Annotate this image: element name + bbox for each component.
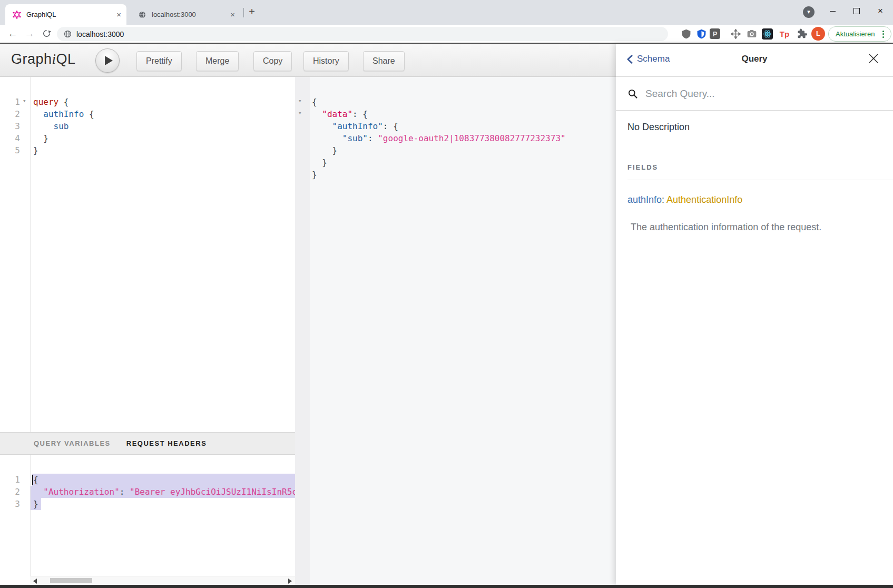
field-type-link[interactable]: AuthenticationInfo <box>666 194 742 205</box>
result-viewer: ▾{▾ "data": { "authInfo": { "sub": "goog… <box>295 77 616 181</box>
browser-toolbar: ← → localhost:3000 P <box>0 25 893 43</box>
request-headers-editor-pane[interactable]: 1{2 "Authorization": "Bearer eyJhbGciOiJ… <box>0 455 295 585</box>
share-button[interactable]: Share <box>363 51 405 71</box>
window-maximize-button[interactable] <box>848 3 866 19</box>
minimize-icon <box>830 11 836 12</box>
reload-button[interactable] <box>39 26 54 41</box>
query-editor[interactable]: 1▾query {2 authInfo {3 sub4 }5} <box>0 77 295 156</box>
search-icon <box>627 89 638 99</box>
close-icon: × <box>878 6 883 16</box>
forward-button[interactable]: → <box>22 26 37 41</box>
screenshot-camera-extension-icon[interactable] <box>745 27 759 41</box>
play-icon <box>105 56 113 65</box>
tab-close-icon[interactable]: × <box>230 11 235 19</box>
scrollbar-thumb[interactable] <box>50 578 92 583</box>
site-info-globe-icon[interactable] <box>64 30 72 38</box>
query-editor-pane[interactable]: 1▾query {2 authInfo {3 sub4 }5} <box>0 77 295 432</box>
execute-query-button[interactable] <box>95 48 120 73</box>
move-crosshair-extension-icon[interactable] <box>729 27 742 41</box>
tab-strip: GraphiQL × localhost:3000 × + ▾ × <box>0 0 893 25</box>
close-icon <box>868 53 879 64</box>
graphiql-logo: GraphiQL <box>11 51 76 67</box>
request-headers-editor[interactable]: 1{2 "Authorization": "Bearer eyJhbGciOiJ… <box>0 455 295 510</box>
scroll-right-arrow-icon[interactable] <box>288 579 292 584</box>
doc-explorer-panel: Schema Query No Description FIELDS authI… <box>616 44 893 585</box>
tp-extension-icon[interactable]: Tp <box>778 27 791 41</box>
browser-menu-kebab-icon[interactable] <box>879 30 887 39</box>
ublock-extension-icon[interactable] <box>679 27 693 41</box>
tab-title: GraphiQL <box>26 11 116 18</box>
result-pane: ▾{▾ "data": { "authInfo": { "sub": "goog… <box>295 77 616 585</box>
doc-explorer-header: Schema Query <box>616 44 893 77</box>
graphql-logo-icon <box>13 11 21 19</box>
doc-close-button[interactable] <box>868 53 879 64</box>
profile-avatar[interactable]: L <box>811 27 825 41</box>
tab-graphiql[interactable]: GraphiQL × <box>5 4 126 25</box>
doc-fields-heading: FIELDS <box>627 163 658 171</box>
reload-icon <box>42 29 51 38</box>
extensions-puzzle-icon[interactable] <box>795 27 809 41</box>
update-label: Aktualisieren <box>836 30 879 38</box>
doc-search-input[interactable] <box>644 87 847 100</box>
window-bottom-edge <box>0 585 893 588</box>
browser-window: GraphiQL × localhost:3000 × + ▾ × ← → <box>0 0 893 588</box>
field-name-link[interactable]: authInfo <box>627 194 662 205</box>
tab-search-button[interactable]: ▾ <box>803 6 815 18</box>
address-bar[interactable]: localhost:3000 <box>57 27 668 41</box>
doc-field-row: authInfo: AuthenticationInfo <box>627 194 742 205</box>
doc-no-description: No Description <box>627 122 690 133</box>
doc-field-description: The authentication information of the re… <box>631 222 821 233</box>
react-devtools-extension-icon[interactable] <box>762 28 773 40</box>
prettify-button[interactable]: Prettify <box>136 51 182 71</box>
tab-localhost[interactable]: localhost:3000 × <box>131 4 240 25</box>
secondary-editor-tabbar: QUERY VARIABLES REQUEST HEADERS <box>0 432 295 455</box>
back-button[interactable]: ← <box>5 26 20 41</box>
bitwarden-extension-icon[interactable] <box>694 27 708 41</box>
history-button[interactable]: History <box>303 51 349 71</box>
new-tab-button[interactable]: + <box>246 6 258 18</box>
horizontal-scrollbar[interactable] <box>30 576 295 585</box>
window-minimize-button[interactable] <box>823 3 841 19</box>
doc-title: Query <box>616 54 893 64</box>
doc-search-row <box>616 77 893 111</box>
globe-icon <box>138 11 146 19</box>
url-text: localhost:3000 <box>76 30 124 38</box>
tab-query-variables[interactable]: QUERY VARIABLES <box>34 439 111 447</box>
tab-close-icon[interactable]: × <box>116 11 121 19</box>
window-close-button[interactable]: × <box>871 3 889 19</box>
p-extension-icon[interactable]: P <box>710 28 720 39</box>
tab-divider <box>243 8 244 17</box>
tab-title: localhost:3000 <box>152 11 230 18</box>
maximize-icon <box>853 8 860 14</box>
fields-divider <box>627 180 893 180</box>
browser-update-button[interactable]: Aktualisieren <box>828 26 891 42</box>
tab-request-headers[interactable]: REQUEST HEADERS <box>126 439 207 447</box>
merge-button[interactable]: Merge <box>196 51 239 71</box>
copy-button[interactable]: Copy <box>253 51 292 71</box>
scroll-left-arrow-icon[interactable] <box>33 579 37 584</box>
